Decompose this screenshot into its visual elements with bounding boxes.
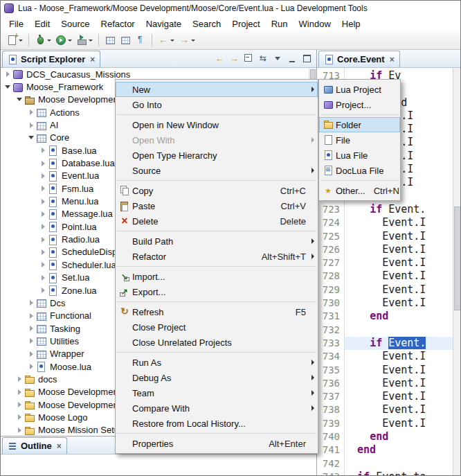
menubar-item-search[interactable]: Search xyxy=(187,17,226,30)
expand-arrow-icon[interactable] xyxy=(39,237,47,243)
menu-item-close-project[interactable]: Close Project xyxy=(116,319,318,335)
menu-item-open-type-hierarchy[interactable]: Open Type Hierarchy xyxy=(116,148,318,163)
code-token: Event.I xyxy=(345,243,426,256)
menu-item-open-in-new-window[interactable]: Open in New Window xyxy=(116,117,318,132)
menu-item-source[interactable]: Source xyxy=(116,163,318,178)
back-button[interactable] xyxy=(156,33,177,48)
menu-item-go-into[interactable]: Go Into xyxy=(116,97,318,112)
expand-arrow-icon[interactable] xyxy=(27,123,35,128)
dropdown-caret-icon[interactable] xyxy=(170,39,174,42)
expand-arrow-icon[interactable] xyxy=(39,249,47,255)
menu-item-lua-project[interactable]: Lua Project xyxy=(319,82,400,97)
menu-item-compare-with[interactable]: Compare With xyxy=(116,400,318,416)
menu-item-project[interactable]: Project... xyxy=(319,97,400,112)
menu-item-delete[interactable]: DeleteDelete xyxy=(116,213,318,229)
outline-tab[interactable]: Outline × xyxy=(2,437,67,454)
maximize-icon[interactable] xyxy=(301,53,312,64)
menu-item-restore-from-local-history[interactable]: Restore from Local History... xyxy=(116,416,318,431)
menubar-item-edit[interactable]: Edit xyxy=(29,17,55,30)
close-icon[interactable]: × xyxy=(390,56,395,63)
menubar-item-refactor[interactable]: Refactor xyxy=(96,17,141,30)
expand-arrow-icon[interactable] xyxy=(39,211,47,217)
menubar-item-navigate[interactable]: Navigate xyxy=(141,17,187,30)
close-icon[interactable]: × xyxy=(90,56,95,63)
menu-item-file[interactable]: File xyxy=(319,132,400,148)
forward-icon[interactable]: → xyxy=(228,53,239,64)
editor-scrollbar[interactable] xyxy=(453,68,461,476)
menu-item-refactor[interactable]: RefactorAlt+Shift+T xyxy=(116,249,318,264)
menu-item-folder[interactable]: Folder xyxy=(319,117,400,132)
collapse-arrow-icon[interactable] xyxy=(3,85,12,89)
pilcrow-button[interactable] xyxy=(133,33,148,48)
expand-arrow-icon[interactable] xyxy=(39,288,47,293)
expand-arrow-icon[interactable] xyxy=(39,161,47,166)
menubar-item-window[interactable]: Window xyxy=(293,17,336,30)
collapse-arrow-icon[interactable] xyxy=(27,136,35,139)
expand-arrow-icon[interactable] xyxy=(39,224,47,229)
expand-arrow-icon[interactable] xyxy=(27,338,35,344)
expand-arrow-icon[interactable] xyxy=(39,148,47,153)
debug-button[interactable] xyxy=(33,33,53,48)
expand-arrow-icon[interactable] xyxy=(39,199,47,204)
menubar-item-project[interactable]: Project xyxy=(226,17,265,30)
menubar-item-help[interactable]: Help xyxy=(336,17,366,30)
menu-item-close-unrelated-projects[interactable]: Close Unrelated Projects xyxy=(116,335,318,350)
expand-arrow-icon[interactable] xyxy=(27,351,35,357)
line-number: 734 xyxy=(317,350,340,363)
view-menu-icon[interactable] xyxy=(272,53,283,64)
expand-arrow-icon[interactable] xyxy=(15,427,24,433)
external-tools-button[interactable] xyxy=(74,33,95,48)
link-with-editor-icon[interactable]: ⇆ xyxy=(257,53,269,64)
editor-tab-core-event[interactable]: Core.Event × xyxy=(318,51,400,67)
dropdown-caret-icon[interactable] xyxy=(68,39,72,42)
grid-button[interactable] xyxy=(118,33,133,48)
menu-item-paste[interactable]: PasteCtrl+V xyxy=(116,198,318,213)
collapse-arrow-icon[interactable] xyxy=(15,98,24,101)
expand-arrow-icon[interactable] xyxy=(15,402,24,407)
menubar-item-source[interactable]: Source xyxy=(55,17,95,30)
expand-arrow-icon[interactable] xyxy=(39,275,47,281)
dropdown-caret-icon[interactable] xyxy=(19,39,23,42)
menu-item-team[interactable]: Team xyxy=(116,385,318,400)
menu-item-run-as[interactable]: Run As xyxy=(116,355,318,370)
expand-arrow-icon[interactable] xyxy=(15,389,24,395)
menu-item-build-path[interactable]: Build Path xyxy=(116,233,318,249)
collapse-all-icon[interactable] xyxy=(243,53,254,64)
script-explorer-tab[interactable]: Script Explorer × xyxy=(2,51,100,67)
menu-item-doclua-file[interactable]: DocLua File xyxy=(319,163,400,178)
minimize-icon[interactable] xyxy=(287,53,298,64)
menubar-item-run[interactable]: Run xyxy=(266,17,293,30)
expand-arrow-icon[interactable] xyxy=(27,313,35,319)
expand-arrow-icon[interactable] xyxy=(39,262,47,267)
run-button[interactable] xyxy=(53,33,74,48)
menu-item-refresh[interactable]: RefreshF5 xyxy=(116,304,318,319)
menu-item-new[interactable]: New xyxy=(116,82,318,97)
expand-arrow-icon[interactable] xyxy=(39,173,47,179)
forward-button[interactable] xyxy=(177,33,197,48)
dropdown-caret-icon[interactable] xyxy=(47,39,51,42)
expand-arrow-icon[interactable] xyxy=(39,186,47,191)
menu-item-other[interactable]: Other...Ctrl+N xyxy=(319,183,400,198)
expand-arrow-icon[interactable] xyxy=(27,300,35,306)
menu-item-export[interactable]: Export... xyxy=(116,284,318,299)
scrollbar-thumb[interactable] xyxy=(454,206,461,310)
menu-item-debug-as[interactable]: Debug As xyxy=(116,370,318,385)
menu-item-properties[interactable]: PropertiesAlt+Enter xyxy=(116,436,318,451)
expand-arrow-icon[interactable] xyxy=(15,414,24,420)
close-icon[interactable]: × xyxy=(57,443,62,450)
dropdown-caret-icon[interactable] xyxy=(191,39,195,42)
dropdown-caret-icon[interactable] xyxy=(89,39,93,42)
expand-arrow-icon[interactable] xyxy=(27,109,35,115)
new-wizard-button[interactable] xyxy=(4,33,25,48)
menu-item-copy[interactable]: CopyCtrl+C xyxy=(116,183,318,198)
expand-arrow-icon[interactable] xyxy=(3,71,12,77)
folder-icon xyxy=(24,412,35,422)
expand-arrow-icon[interactable] xyxy=(15,376,24,382)
table-button[interactable] xyxy=(102,33,118,48)
menu-item-import[interactable]: Import... xyxy=(116,269,318,284)
menu-item-lua-file[interactable]: Lua File xyxy=(319,148,400,163)
expand-arrow-icon[interactable] xyxy=(27,326,35,331)
expand-arrow-icon[interactable] xyxy=(27,364,35,369)
menubar-item-file[interactable]: File xyxy=(3,17,29,30)
back-icon[interactable]: ← xyxy=(214,53,225,64)
